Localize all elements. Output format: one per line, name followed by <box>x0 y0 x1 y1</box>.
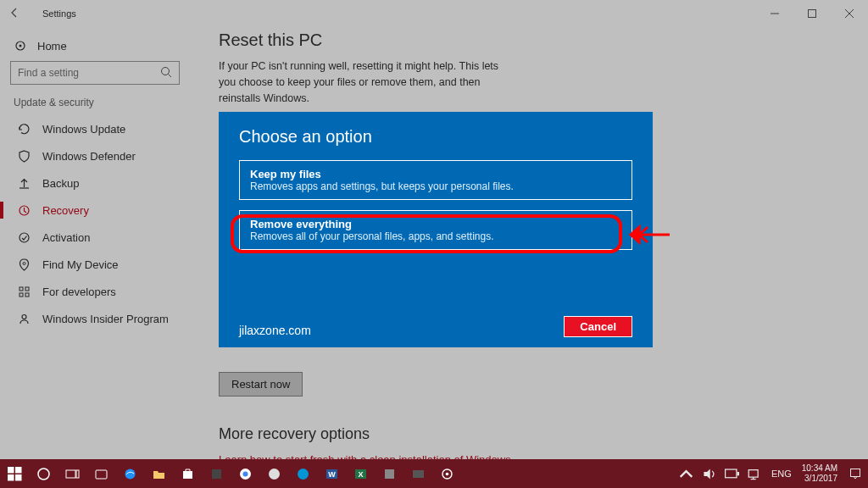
taskbar-settings[interactable] <box>432 459 461 488</box>
svg-rect-40 <box>725 469 736 478</box>
tray-volume-icon[interactable] <box>698 459 721 488</box>
svg-rect-37 <box>413 470 424 478</box>
svg-rect-41 <box>737 472 738 475</box>
svg-rect-27 <box>212 469 221 479</box>
svg-point-21 <box>38 469 49 480</box>
svg-point-31 <box>298 469 309 480</box>
svg-rect-18 <box>15 467 22 474</box>
dialog-title: Choose an option <box>239 127 632 147</box>
svg-point-39 <box>445 472 448 475</box>
reset-dialog: Choose an option Keep my files Removes a… <box>219 112 653 347</box>
taskbar-explorer[interactable] <box>144 459 173 488</box>
tray-network-icon[interactable] <box>743 459 766 488</box>
taskbar-hp[interactable] <box>288 459 317 488</box>
option-desc: Removes all of your personal files, apps… <box>250 230 621 242</box>
taskbar-store[interactable] <box>173 459 202 488</box>
cortana-button[interactable] <box>29 459 58 488</box>
task-view-button[interactable] <box>58 459 86 488</box>
clock-date: 3/1/2017 <box>804 474 837 484</box>
tray-chevron-icon[interactable] <box>675 459 698 488</box>
svg-text:X: X <box>358 470 363 479</box>
svg-rect-22 <box>66 470 75 478</box>
option-desc: Removes apps and settings, but keeps you… <box>250 180 621 192</box>
svg-rect-36 <box>385 469 394 479</box>
clock-time: 10:34 AM <box>802 463 837 474</box>
cancel-button[interactable]: Cancel <box>564 316 632 337</box>
tray-power-icon[interactable] <box>721 459 743 488</box>
svg-point-30 <box>269 469 280 480</box>
start-button[interactable] <box>0 459 29 488</box>
option-title: Remove everything <box>250 218 621 230</box>
taskbar-app-12[interactable] <box>375 459 403 488</box>
option-title: Keep my files <box>250 168 621 180</box>
taskbar-app-13[interactable] <box>403 459 432 488</box>
taskbar-word[interactable]: W <box>317 459 346 488</box>
svg-rect-24 <box>96 470 107 479</box>
taskbar-app-5[interactable] <box>202 459 231 488</box>
tray-notifications-icon[interactable] <box>843 468 868 480</box>
svg-rect-20 <box>15 474 22 481</box>
option-remove-everything[interactable]: Remove everything Removes all of your pe… <box>239 210 632 250</box>
svg-rect-17 <box>8 467 14 474</box>
taskbar-app-1[interactable] <box>86 459 115 488</box>
taskbar-excel[interactable]: X <box>346 459 375 488</box>
tray-language[interactable]: ENG <box>766 469 797 479</box>
taskbar-app-7[interactable] <box>259 459 288 488</box>
svg-rect-19 <box>8 474 14 481</box>
svg-rect-45 <box>851 469 860 477</box>
option-keep-files[interactable]: Keep my files Removes apps and settings,… <box>239 160 632 200</box>
svg-rect-42 <box>748 469 758 477</box>
branding-text: jilaxzone.com <box>239 324 311 337</box>
taskbar-chrome[interactable] <box>231 459 259 488</box>
svg-rect-26 <box>183 471 192 479</box>
svg-point-29 <box>242 471 248 476</box>
taskbar: W X ENG 10:34 AM 3/1/2017 <box>0 459 868 488</box>
svg-text:W: W <box>328 470 336 479</box>
taskbar-edge[interactable] <box>115 459 144 488</box>
tray-clock[interactable]: 10:34 AM 3/1/2017 <box>797 463 843 484</box>
svg-rect-23 <box>76 470 79 478</box>
